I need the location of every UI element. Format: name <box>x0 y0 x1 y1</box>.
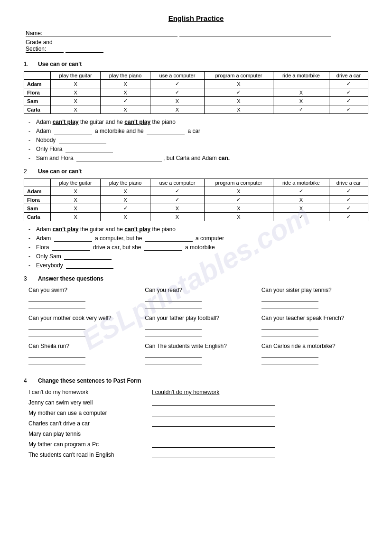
section2: 2 Use can or can't play the guitar play … <box>24 168 368 269</box>
q4-item: I can't do my homework I couldn't do my … <box>28 389 368 395</box>
q3-item: Can your teacher speak French? <box>261 315 368 338</box>
cell: ✓ <box>273 105 329 114</box>
row-name: Flora <box>24 196 51 204</box>
cell: X <box>101 105 150 114</box>
section3-questions: Can you swim? Can you read? Can your sis… <box>28 287 368 371</box>
row-name: Adam <box>24 80 51 88</box>
q4-item: Mary can play tennis <box>28 431 368 437</box>
q4-answer <box>152 441 368 448</box>
list-item: - Only Sam <box>28 253 368 260</box>
q4-sentence: My father can program a Pc <box>28 441 152 448</box>
section2-num: 2 <box>24 168 38 175</box>
cell: X <box>101 88 150 97</box>
th-empty <box>24 72 51 80</box>
dash-icon: - <box>28 146 33 152</box>
cell: X <box>205 187 273 196</box>
answer-line <box>261 358 318 365</box>
question-text: Can The students write English? <box>145 343 252 349</box>
list-item: - Nobody <box>28 137 368 143</box>
question-text: Can your father play football? <box>145 315 252 321</box>
th-piano: play the piano <box>101 179 150 187</box>
q3-item: Can Sheila run? <box>28 343 135 366</box>
table-row: Flora X X ✓ ✓ X ✓ <box>24 88 368 97</box>
dash-icon: - <box>28 128 33 134</box>
dash-icon: - <box>28 253 33 260</box>
list-item: - Adam can't play the guitar and he can'… <box>28 119 368 125</box>
q3-item: Can your mother cook very well? <box>28 315 135 338</box>
list-item: - Everybody <box>28 262 368 269</box>
cell: X <box>150 204 204 213</box>
answer-line <box>28 302 85 309</box>
answer-line <box>145 330 202 337</box>
cell <box>273 80 329 88</box>
cell: ✓ <box>205 196 273 204</box>
question-text: Can Sheila run? <box>28 343 135 349</box>
page-title: English Practice <box>24 14 368 22</box>
cell: ✓ <box>329 88 368 97</box>
q4-item: The students can't read in English <box>28 452 368 458</box>
q4-sentence: I can't do my homework <box>28 389 152 395</box>
answer-line <box>261 295 318 301</box>
answer-line <box>145 358 202 365</box>
q4-answer <box>152 420 368 427</box>
cell: ✓ <box>150 187 204 196</box>
grade-field: Grade and Section: <box>24 39 368 53</box>
section3-num: 3 <box>24 275 38 282</box>
cell: X <box>205 213 273 221</box>
cell: ✓ <box>150 196 204 204</box>
answer-line <box>261 323 318 329</box>
th-program: program a computer <box>205 72 273 80</box>
answer-line <box>28 330 85 337</box>
section1: 1. Use can or can't play the guitar play… <box>24 61 368 161</box>
dash-icon: - <box>28 137 33 143</box>
cell: X <box>205 105 273 114</box>
dash-icon: - <box>28 262 33 269</box>
cell: ✓ <box>329 213 368 221</box>
table-row: Sam X ✓ X X X ✓ <box>24 204 368 213</box>
th-guitar: play the guitar <box>50 179 100 187</box>
name-blank <box>179 37 331 37</box>
table-row: Adam X X ✓ X ✓ ✓ <box>24 187 368 196</box>
cell: X <box>101 213 150 221</box>
answer-line <box>145 351 202 357</box>
row-name: Sam <box>24 204 51 213</box>
th-computer: use a computer <box>150 179 204 187</box>
list-item: - Sam and Flora , but Carla and Adam can… <box>28 155 368 161</box>
cell: ✓ <box>150 88 204 97</box>
cell: X <box>273 97 329 105</box>
dash-icon: - <box>28 119 33 125</box>
dash-icon: - <box>28 235 33 242</box>
answer-line <box>145 323 202 329</box>
cell: ✓ <box>150 80 204 88</box>
answer-line <box>28 351 85 357</box>
list-item: - Adam a computer, but he a computer <box>28 235 368 242</box>
table-row: Flora X X ✓ ✓ X ✓ <box>24 196 368 204</box>
cell: ✓ <box>273 187 329 196</box>
dash-icon: - <box>28 155 33 161</box>
cell: ✓ <box>101 97 150 105</box>
th-computer: use a computer <box>150 72 204 80</box>
section1-num: 1. <box>24 61 38 67</box>
q3-item: Can you swim? <box>28 287 135 310</box>
answer-line <box>261 351 318 357</box>
name-label: Name: <box>26 30 177 37</box>
th-car: drive a car <box>329 179 368 187</box>
section4-items: I can't do my homework I couldn't do my … <box>28 389 368 458</box>
table-row: Carla X X X X ✓ ✓ <box>24 105 368 114</box>
table-row: Adam X X ✓ X ✓ <box>24 80 368 88</box>
q4-answer <box>152 399 368 406</box>
cell: ✓ <box>329 97 368 105</box>
th-car: drive a car <box>329 72 368 80</box>
row-name: Sam <box>24 97 51 105</box>
cell: ✓ <box>205 88 273 97</box>
cell: ✓ <box>329 187 368 196</box>
cell: X <box>50 187 100 196</box>
q4-answer: I couldn't do my homework <box>152 389 368 395</box>
section1-title: Use can or can't <box>38 61 82 67</box>
dash-icon: - <box>28 244 33 251</box>
question-text: Can you read? <box>145 287 252 293</box>
question-text: Can your sister play tennis? <box>261 287 368 293</box>
table-row: Carla X X X X ✓ ✓ <box>24 213 368 221</box>
cell: X <box>150 213 204 221</box>
table-row: Sam X ✓ X X X ✓ <box>24 97 368 105</box>
